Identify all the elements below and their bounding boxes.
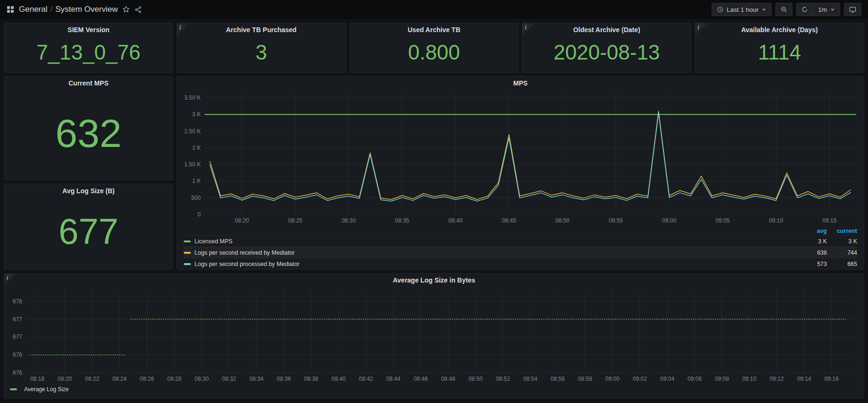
svg-text:08:24: 08:24 [112, 376, 127, 382]
panel-info-icon[interactable]: i [177, 23, 189, 35]
series-current-value: 744 [827, 249, 857, 256]
svg-text:09:16: 09:16 [825, 376, 839, 382]
stat-value: 0.800 [350, 36, 519, 72]
svg-text:08:35: 08:35 [395, 217, 409, 224]
legend-row-licensed-mps[interactable]: Licensed MPS 3 K 3 K [184, 235, 857, 247]
svg-text:08:55: 08:55 [609, 217, 623, 224]
legend-sort-current[interactable]: current [827, 228, 857, 234]
svg-text:09:10: 09:10 [769, 217, 783, 224]
stat-value: 3 [177, 36, 346, 72]
svg-text:08:40: 08:40 [448, 217, 462, 224]
panel-archive-tb-purchased: i Archive TB Purchased 3 [177, 23, 346, 73]
panel-info-icon[interactable]: i [4, 274, 17, 286]
svg-text:09:06: 09:06 [688, 376, 702, 382]
panel-info-icon[interactable]: i [695, 23, 707, 35]
svg-text:677: 677 [13, 334, 22, 340]
refresh-icon [801, 6, 808, 13]
stat-value: 2020-08-13 [522, 36, 691, 72]
breadcrumb-dashboard[interactable]: System Overview [55, 5, 118, 14]
svg-text:09:04: 09:04 [660, 376, 674, 382]
panel-siem-version: SIEM Version 7_13_0_76 [4, 23, 173, 73]
series-label: Licensed MPS [195, 238, 800, 245]
time-range-label: Last 1 hour [727, 6, 759, 13]
svg-text:08:25: 08:25 [288, 217, 302, 224]
zoom-out-button[interactable] [775, 3, 792, 16]
mps-legend: avg current Licensed MPS 3 K 3 K Logs pe… [177, 227, 864, 270]
svg-text:0: 0 [197, 211, 201, 218]
time-range-picker[interactable]: Last 1 hour [712, 3, 772, 16]
svg-text:2.50 K: 2.50 K [184, 128, 201, 135]
svg-text:08:58: 08:58 [578, 376, 592, 382]
series-avg-value: 573 [800, 261, 827, 267]
panel-title[interactable]: Average Log Size in Bytes [4, 274, 864, 287]
svg-text:08:42: 08:42 [359, 376, 373, 382]
series-current-value: 3 K [827, 238, 857, 245]
panel-used-archive-tb: Used Archive TB 0.800 [349, 23, 519, 73]
stat-value: 632 [4, 90, 173, 180]
svg-text:08:56: 08:56 [551, 376, 565, 382]
series-avg-value: 3 K [800, 238, 827, 245]
refresh-button[interactable] [796, 3, 813, 16]
svg-text:08:38: 08:38 [304, 376, 318, 382]
svg-text:08:45: 08:45 [502, 217, 516, 224]
panel-title[interactable]: Current MPS [4, 77, 173, 90]
svg-text:08:50: 08:50 [468, 376, 483, 382]
legend-header: avg current [184, 227, 857, 235]
svg-text:09:08: 09:08 [715, 376, 729, 382]
zoom-out-icon [781, 6, 787, 13]
log-size-time-series-chart[interactable]: 67867767767667608:1808:2008:2208:2408:26… [4, 287, 862, 385]
svg-text:2 K: 2 K [192, 145, 201, 151]
svg-text:08:54: 08:54 [523, 376, 537, 382]
svg-text:09:12: 09:12 [770, 376, 784, 382]
legend-row-received[interactable]: Logs per second received by Mediator 638… [184, 247, 857, 258]
panel-title[interactable]: Available Archive (Days) [695, 23, 864, 36]
svg-text:500: 500 [191, 195, 201, 201]
dashboards-grid-icon[interactable] [7, 6, 14, 13]
svg-text:08:50: 08:50 [555, 217, 570, 224]
series-label: Logs per second processed by Mediator [195, 261, 800, 267]
svg-text:08:20: 08:20 [58, 376, 72, 382]
panel-title[interactable]: MPS [177, 77, 864, 90]
svg-text:09:00: 09:00 [605, 376, 620, 382]
svg-text:676: 676 [13, 352, 22, 358]
panel-title[interactable]: SIEM Version [4, 23, 173, 36]
breadcrumb-folder[interactable]: General [19, 5, 47, 14]
svg-text:08:26: 08:26 [140, 376, 154, 382]
svg-text:08:32: 08:32 [222, 376, 236, 382]
share-icon[interactable] [135, 6, 142, 13]
navbar: General / System Overview Last 1 hour [0, 0, 868, 19]
monitor-icon [849, 6, 856, 13]
tv-mode-button[interactable] [844, 3, 861, 16]
svg-text:09:02: 09:02 [633, 376, 647, 382]
svg-text:677: 677 [13, 316, 22, 323]
svg-text:678: 678 [13, 298, 22, 305]
panel-info-icon[interactable]: i [522, 23, 535, 35]
log-size-legend-item[interactable]: Average Log Size [4, 385, 864, 395]
series-color-marker [10, 388, 17, 390]
panel-title[interactable]: Used Archive TB [350, 23, 519, 36]
svg-text:09:05: 09:05 [715, 217, 730, 224]
dashboard: SIEM Version 7_13_0_76 i Archive TB Purc… [0, 19, 868, 403]
svg-text:08:44: 08:44 [386, 376, 400, 382]
legend-row-processed[interactable]: Logs per second processed by Mediator 57… [184, 258, 857, 269]
series-color-marker [184, 263, 191, 265]
panel-title[interactable]: Avg Log Size (B) [4, 184, 173, 197]
mps-time-series-chart[interactable]: 05001 K1.50 K2 K2.50 K3 K3.50 K08:2008:2… [177, 90, 863, 227]
svg-text:08:40: 08:40 [332, 376, 346, 382]
clock-icon [717, 6, 723, 13]
svg-text:3.50 K: 3.50 K [184, 94, 201, 101]
refresh-interval-picker[interactable]: 1m [813, 3, 840, 16]
star-icon[interactable] [122, 6, 130, 13]
svg-text:3 K: 3 K [192, 111, 201, 118]
svg-text:08:52: 08:52 [496, 376, 510, 382]
legend-sort-avg[interactable]: avg [800, 228, 827, 234]
panel-title[interactable]: Oldest Archive (Date) [522, 23, 691, 36]
panel-title[interactable]: Archive TB Purchased [177, 23, 346, 36]
panel-available-archive-days: i Available Archive (Days) 1114 [695, 23, 864, 73]
chevron-down-icon [830, 7, 835, 12]
svg-text:08:22: 08:22 [85, 376, 99, 382]
svg-text:08:28: 08:28 [167, 376, 181, 382]
series-label: Average Log Size [24, 386, 69, 393]
svg-text:08:34: 08:34 [249, 376, 264, 382]
svg-text:1 K: 1 K [192, 178, 201, 184]
